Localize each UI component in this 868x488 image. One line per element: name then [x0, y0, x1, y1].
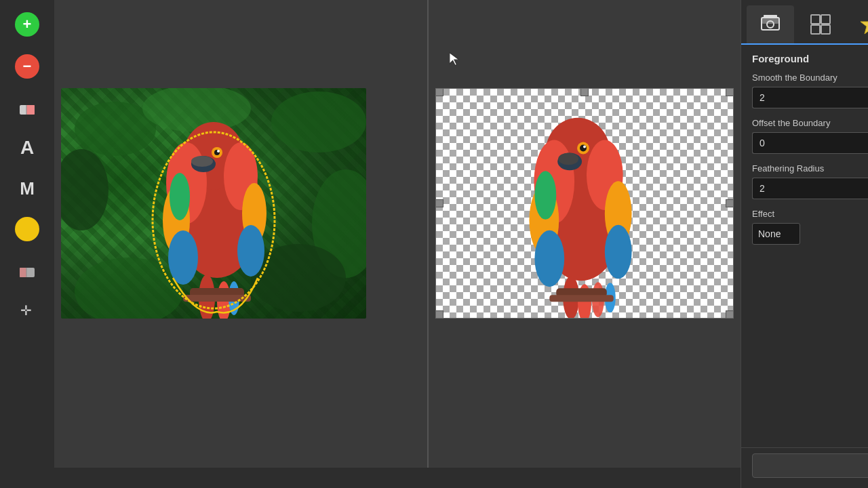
original-image: Www.Crackedkey.Org	[61, 88, 366, 319]
svg-rect-59	[821, 15, 830, 24]
svg-point-30	[217, 150, 220, 152]
svg-rect-58	[811, 15, 820, 24]
svg-rect-32	[183, 295, 251, 302]
apply-button[interactable]	[752, 453, 868, 478]
svg-point-8	[142, 88, 251, 132]
svg-point-42	[534, 171, 556, 220]
move-button[interactable]: ✛	[8, 291, 46, 329]
tab-favorites[interactable]	[847, 5, 868, 43]
offset-boundary-label: Offset the Boundary	[752, 118, 868, 128]
svg-point-40	[534, 230, 564, 287]
svg-point-13	[75, 258, 183, 319]
parrot-left-svg	[61, 88, 366, 319]
svg-point-9	[271, 92, 366, 152]
svg-point-22	[170, 173, 190, 220]
svg-rect-53	[549, 295, 613, 302]
canvas-area: Www.Crackedkey.Org	[54, 0, 741, 468]
smooth-boundary-label: Smooth the Boundary	[752, 73, 868, 83]
feathering-radius-control: ▲ ▼	[752, 178, 868, 201]
svg-point-10	[61, 149, 108, 230]
text-a-icon: A	[20, 137, 34, 159]
add-button[interactable]: +	[8, 5, 46, 43]
svg-text:✛: ✛	[20, 303, 32, 318]
canvas-left-pane[interactable]: Www.Crackedkey.Org	[54, 0, 427, 468]
bottom-panel-area	[741, 447, 868, 488]
svg-point-50	[580, 145, 587, 152]
feathering-radius-label: Feathering Radius	[752, 163, 868, 174]
feathering-radius-input[interactable]	[752, 178, 868, 199]
svg-marker-62	[861, 15, 868, 34]
offset-boundary-control: ▲ ▼	[752, 132, 868, 155]
svg-rect-4	[20, 268, 26, 277]
tab-bar	[741, 0, 868, 45]
color-circle-icon	[15, 217, 39, 241]
panel-content: Foreground Smooth the Boundary ▲ ▼ Offse…	[741, 45, 868, 447]
objects-icon	[808, 12, 833, 37]
svg-rect-1	[26, 105, 35, 115]
tab-layers[interactable]	[747, 5, 794, 43]
text-m-icon: M	[20, 178, 35, 199]
result-parrot-svg	[436, 89, 733, 318]
svg-rect-61	[821, 25, 830, 34]
remove-button[interactable]: −	[8, 47, 46, 85]
effect-dropdown-wrapper: None Blur Sharpen Glow ▼	[752, 223, 868, 245]
effect-dropdown[interactable]: None Blur Sharpen Glow	[752, 223, 800, 245]
eraser2-button[interactable]	[8, 251, 46, 289]
remove-circle-icon: −	[15, 54, 39, 79]
layers-icon	[758, 12, 783, 37]
svg-point-48	[558, 152, 578, 165]
tab-objects[interactable]	[797, 5, 844, 43]
svg-point-27	[191, 156, 213, 167]
smooth-boundary-input[interactable]	[752, 87, 868, 108]
svg-point-41	[605, 225, 632, 279]
svg-point-12	[251, 244, 346, 312]
move-icon: ✛	[17, 300, 37, 321]
effect-label: Effect	[752, 209, 868, 219]
svg-rect-60	[811, 25, 820, 34]
text-m-button[interactable]: M	[8, 169, 46, 207]
svg-point-20	[168, 230, 198, 285]
favorites-icon	[859, 12, 868, 37]
left-toolbar: + − A M ✛	[0, 0, 54, 488]
offset-boundary-input[interactable]	[752, 132, 868, 154]
text-a-button[interactable]: A	[8, 129, 46, 167]
eraser-button[interactable]	[8, 88, 46, 126]
result-image	[435, 88, 734, 319]
svg-point-51	[583, 146, 586, 148]
eraser-icon	[17, 97, 37, 117]
add-circle-icon: +	[15, 12, 39, 37]
svg-point-21	[237, 225, 264, 277]
eraser2-icon	[17, 260, 37, 280]
canvas-right-pane[interactable]	[429, 0, 741, 468]
right-panel: Foreground Smooth the Boundary ▲ ▼ Offse…	[741, 0, 868, 488]
color-picker-button[interactable]	[8, 210, 46, 248]
main-content: Www.Crackedkey.Org	[54, 0, 741, 488]
smooth-boundary-control: ▲ ▼	[752, 87, 868, 110]
svg-rect-55	[764, 15, 777, 18]
bottom-status-bar	[54, 468, 741, 488]
section-title: Foreground	[752, 53, 868, 64]
